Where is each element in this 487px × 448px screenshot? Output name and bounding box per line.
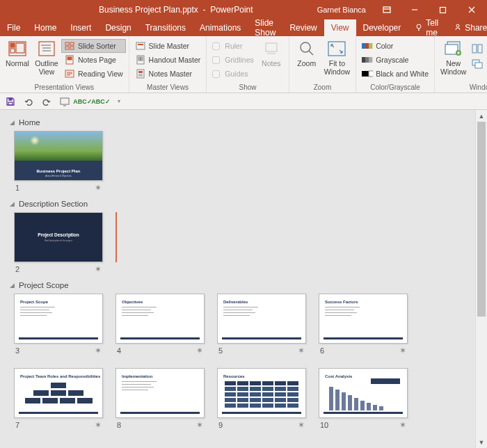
svg-rect-40 (369, 43, 372, 49)
svg-rect-37 (328, 42, 345, 56)
section-collapse-icon: ◢ (10, 282, 15, 289)
outline-view-button[interactable]: Outline View (32, 38, 61, 82)
svg-point-5 (417, 24, 421, 29)
transition-icon: ✶ (95, 346, 102, 355)
ribbon-options-icon[interactable] (373, 0, 401, 19)
tab-animations[interactable]: Animations (193, 19, 248, 36)
svg-rect-29 (137, 70, 144, 78)
tell-me[interactable]: Tell me (408, 18, 445, 38)
slide-sorter-button[interactable]: Slide Sorter (61, 39, 126, 53)
tab-file[interactable]: File (0, 19, 27, 36)
svg-line-36 (309, 51, 313, 55)
tab-developer[interactable]: Developer (356, 19, 408, 36)
slide-number: 7 (15, 421, 19, 429)
slide-thumb[interactable]: Project Team Roles and Responsibilities7… (14, 368, 103, 430)
maximize-button[interactable] (429, 0, 456, 19)
slide-number: 6 (320, 346, 324, 355)
ribbon-tabs: FileHomeInsertDesignTransitionsAnimation… (0, 19, 487, 36)
ribbon: Normal Outline View Slide Sorter Notes P… (0, 36, 487, 93)
tab-design[interactable]: Design (98, 19, 138, 36)
redo-button[interactable] (40, 95, 53, 108)
slide-number: 1 (15, 184, 19, 192)
svg-rect-58 (8, 102, 13, 105)
gridlines-checkbox: Gridlines (209, 53, 256, 67)
svg-rect-17 (65, 47, 69, 49)
undo-button[interactable] (22, 95, 35, 108)
color-button[interactable]: Color (359, 39, 431, 53)
notes-master-button[interactable]: Notes Master (132, 67, 204, 81)
svg-rect-30 (138, 71, 143, 73)
svg-rect-41 (372, 43, 373, 49)
svg-rect-20 (67, 57, 72, 60)
section-header[interactable]: ◢Home (10, 118, 470, 127)
user-name[interactable]: Garnet Bianca (310, 6, 373, 14)
svg-rect-51 (472, 45, 477, 53)
bw-icon (362, 68, 373, 79)
svg-rect-23 (138, 44, 143, 45)
slide-thumb[interactable]: Cost Analysis10✶ (319, 368, 408, 430)
new-window-button[interactable]: New Window (438, 38, 469, 82)
fit-to-window-button[interactable]: Fit to Window (321, 38, 353, 82)
group-color-grayscale: Color Grayscale Black and White Color/Gr… (356, 36, 435, 93)
slide-thumb[interactable]: Deliverables5✶ (217, 294, 306, 355)
svg-rect-27 (138, 59, 141, 61)
zoom-icon (297, 39, 317, 58)
svg-rect-52 (478, 45, 482, 53)
tab-insert[interactable]: Insert (63, 19, 98, 36)
slide-master-icon (135, 40, 146, 51)
vertical-scrollbar[interactable]: ▲ ▼ (475, 110, 487, 448)
qat-customize[interactable]: ▾ (113, 95, 125, 108)
cascade-button[interactable] (469, 57, 486, 71)
svg-rect-16 (70, 42, 74, 45)
slide-thumb[interactable]: Project Scope3✶ (14, 294, 103, 355)
scroll-down-button[interactable]: ▼ (476, 436, 487, 448)
tab-home[interactable]: Home (27, 19, 63, 36)
handout-master-icon (135, 54, 146, 65)
slide-thumb[interactable]: Implementation8✶ (115, 368, 205, 430)
arrange-all-button[interactable] (469, 42, 486, 56)
reading-view-button[interactable]: Reading View (61, 67, 126, 81)
slide-master-button[interactable]: Slide Master (132, 39, 204, 53)
handout-master-button[interactable]: Handout Master (132, 53, 204, 67)
share-button[interactable]: Share (445, 23, 487, 33)
tab-slide-show[interactable]: Slide Show (248, 19, 282, 36)
ruler-checkbox: Ruler (209, 39, 256, 53)
tab-transitions[interactable]: Transitions (138, 19, 193, 36)
group-window: New Window Switch Windows ▾ Window (435, 36, 487, 93)
new-window-icon (444, 39, 463, 58)
slide-thumb[interactable]: Resources9✶ (217, 368, 306, 430)
share-icon (454, 23, 462, 33)
svg-rect-39 (365, 43, 369, 49)
normal-view-button[interactable]: Normal (3, 38, 32, 82)
section-header[interactable]: ◢Description Section (10, 200, 470, 208)
svg-rect-28 (141, 59, 143, 61)
outline-view-icon (37, 39, 56, 58)
notes-button: Notes (257, 38, 286, 82)
black-white-button[interactable]: Black and White (359, 67, 431, 81)
insertion-cursor (115, 212, 117, 262)
tab-review[interactable]: Review (282, 19, 324, 36)
slide-thumb[interactable]: Success Factors6✶ (319, 294, 408, 355)
close-button[interactable] (456, 0, 487, 19)
notes-master-icon (135, 68, 146, 79)
slide-thumb[interactable]: Project DescriptionBrief description of … (14, 212, 103, 274)
slide-sorter-panel[interactable]: ◢HomeBusiness Project PlanAnnual Review … (0, 110, 475, 448)
minimize-button[interactable] (401, 0, 429, 19)
save-button[interactable] (4, 95, 17, 108)
zoom-button[interactable]: Zoom (292, 38, 321, 82)
scroll-up-button[interactable]: ▲ (476, 110, 487, 122)
spellcheck-button[interactable]: ABC✓ (77, 95, 89, 108)
slide-thumb[interactable]: Business Project PlanAnnual Review & Obj… (14, 131, 103, 193)
slide-number: 3 (15, 346, 19, 355)
slide-thumb[interactable]: Objectives4✶ (115, 294, 205, 355)
grayscale-button[interactable]: Grayscale (359, 53, 431, 67)
svg-rect-8 (10, 43, 15, 47)
slide-sorter-icon (64, 40, 75, 51)
svg-rect-47 (369, 71, 373, 77)
section-header[interactable]: ◢Project Scope (10, 281, 470, 289)
slide-number: 2 (15, 265, 19, 273)
tab-view[interactable]: View (324, 19, 356, 36)
notes-page-button[interactable]: Notes Page (61, 53, 126, 67)
start-from-beginning-button[interactable] (58, 95, 71, 108)
spellcheck-alt-button[interactable]: ABC✓ (95, 95, 107, 108)
